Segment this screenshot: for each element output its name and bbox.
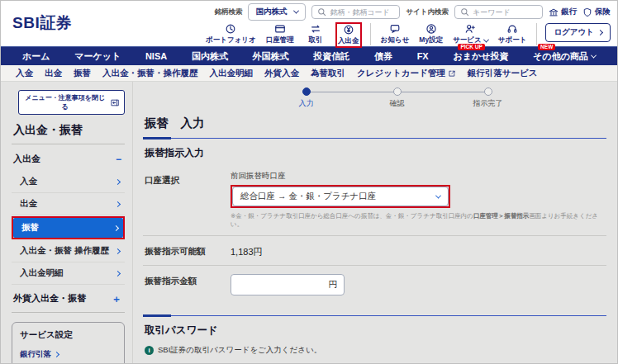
quick-link-trade[interactable]: 取引 — [302, 22, 329, 46]
subnav-statement[interactable]: 入出金明細 — [210, 68, 254, 79]
transfer-amount-input[interactable] — [238, 280, 329, 290]
divider — [12, 144, 125, 144]
subnav-credit-card[interactable]: クレジットカード管理 — [357, 68, 456, 79]
sidebar-item-deposit[interactable]: 入金 — [12, 171, 125, 193]
logout-button[interactable]: ログアウト — [545, 23, 611, 42]
nav-domestic-stocks[interactable]: 国内株式 — [192, 50, 228, 63]
subnav-deposit[interactable]: 入金 — [16, 68, 33, 79]
section-rule — [143, 315, 606, 316]
quick-link-deposit-withdrawal[interactable]: 入出金 — [335, 22, 362, 48]
shield-icon — [582, 7, 592, 17]
sidebar-group-deposit[interactable]: 入出金 − — [12, 146, 125, 171]
subnav-transfer[interactable]: 振替 — [74, 68, 91, 79]
nav-home[interactable]: ホーム — [22, 50, 50, 63]
sbi-logo[interactable]: SBI証券 — [12, 12, 72, 34]
service-link-bank-debit[interactable]: 銀行引落 — [20, 347, 116, 364]
site-search-label: サイト内検索 — [406, 7, 449, 17]
plus-icon: ＋ — [112, 295, 121, 303]
user-circle-icon — [425, 23, 437, 35]
subnav-withdrawal[interactable]: 出金 — [45, 68, 62, 79]
available-amount-value: 1,183円 — [231, 242, 606, 258]
nav-mutual-funds[interactable]: 投資信託 — [313, 50, 349, 63]
collapse-menu-button[interactable]: メニュー・注意事項を閉じる — [18, 90, 125, 115]
bank-link[interactable]: 銀行 — [549, 7, 577, 17]
chevron-right-icon — [115, 248, 121, 253]
transfer-amount-row: 振替指示金額 円 — [143, 265, 606, 307]
quick-link-account[interactable]: 口座管理 — [264, 22, 296, 46]
transfer-amount-field: 円 — [231, 274, 345, 295]
available-amount-row: 振替指示可能額 1,183円 — [143, 235, 606, 265]
collapse-panel-icon — [111, 98, 120, 107]
nav-market[interactable]: マーケット — [74, 50, 121, 63]
trade-arrows-icon — [310, 23, 321, 35]
account-select-value: 総合口座 → 金・銀・プラチナ口座 — [240, 191, 376, 202]
step-complete: 指示完了 — [443, 87, 534, 109]
available-amount-label: 振替指示可能額 — [143, 242, 231, 258]
sidebar-group-foreign[interactable]: 外貨入出金・振替 ＋ — [12, 285, 125, 313]
subnav-foreign-deposit[interactable]: 外貨入金 — [264, 68, 299, 79]
account-select-label: 口座選択 — [143, 171, 231, 229]
portfolio-icon — [225, 23, 236, 35]
stock-category-select[interactable]: 国内株式 — [248, 3, 306, 21]
chevron-right-icon — [115, 270, 121, 276]
chevron-right-icon — [115, 201, 121, 206]
nav-bonds[interactable]: 債券 — [374, 50, 392, 63]
account-note: ※金・銀・プラチナ取引口座から総合口座への振替は、金・銀・プラチナ取引口座内の口… — [231, 212, 606, 229]
chevron-down-icon — [591, 52, 597, 58]
quick-link-my-settings[interactable]: My設定 — [417, 22, 444, 46]
page-title: 振替 入力 — [145, 116, 606, 131]
quick-link-portfolio[interactable]: ポートフォリオ — [204, 22, 258, 46]
search-icon — [317, 7, 326, 17]
search-row: 銘柄検索 国内株式 サイト内検索 銀行 — [214, 3, 611, 21]
subnav-history[interactable]: 入出金・振替・操作履歴 — [102, 68, 198, 79]
account-card-icon — [274, 23, 286, 35]
annotation-highlight-transfer: 振替 — [12, 216, 125, 239]
account-select-dropdown[interactable]: 総合口座 → 金・銀・プラチナ口座 — [232, 187, 449, 206]
step-dot — [393, 87, 402, 96]
sidebar-item-withdrawal[interactable]: 出金 — [12, 193, 125, 215]
password-section: 取引パスワード i SBI証券の取引パスワードをご入力ください。 — [143, 315, 606, 364]
sidebar-item-statement[interactable]: 入出金明細 — [12, 262, 125, 285]
step-input: 入力 — [261, 87, 352, 109]
chevron-right-icon — [597, 30, 603, 35]
nav-foreign-stocks[interactable]: 外国株式 — [253, 50, 289, 63]
sidebar-item-history[interactable]: 入出金・振替 操作履歴 — [12, 240, 125, 262]
password-instruction-row: i SBI証券の取引パスワードをご入力ください。 — [145, 345, 606, 356]
sbi-securities-page: SBI証券 銘柄検索 国内株式 サイト内検索 — [0, 0, 618, 364]
sidebar-item-transfer[interactable]: 振替 — [13, 218, 123, 238]
quick-link-support[interactable]: サポート — [497, 22, 529, 46]
subnav-fx-trade[interactable]: 為替取引 — [311, 68, 345, 79]
nav-nisa[interactable]: NISA — [145, 51, 167, 61]
insurance-link[interactable]: 保険 — [582, 7, 611, 17]
yen-circle-icon — [343, 24, 354, 35]
nav-auto-invest[interactable]: PICK UP おまかせ投資 — [453, 50, 508, 63]
nav-other-products[interactable]: NEW その他の商品 — [533, 50, 596, 63]
bank-label: 銀行 — [561, 7, 577, 17]
info-icon: i — [145, 346, 154, 355]
bank-icon — [549, 7, 559, 17]
nav-fx[interactable]: FX — [417, 51, 429, 61]
main-panel: 入力 確認 指示完了 振替 入力 振替指示入力 口座選択 前回振替時口座 — [133, 82, 617, 364]
chevron-down-icon — [483, 36, 489, 42]
sidebar-title: 入出金・振替 — [13, 123, 125, 138]
amount-unit-label: 円 — [329, 279, 338, 291]
subnav-bank-debit[interactable]: 銀行引落サービス — [468, 68, 538, 79]
external-link-icon — [448, 69, 456, 78]
new-badge: NEW — [538, 44, 555, 50]
stock-search-input[interactable] — [330, 8, 394, 17]
site-search-input[interactable] — [473, 8, 537, 17]
minus-icon: − — [116, 155, 121, 163]
transfer-form-title: 振替指示入力 — [145, 146, 606, 160]
progress-stepper: 入力 確認 指示完了 — [261, 87, 534, 109]
step-dot — [484, 87, 492, 96]
sidebar: メニュー・注意事項を閉じる 入出金・振替 入出金 − 入金 出金 振替 — [1, 82, 133, 364]
chevron-down-icon — [435, 192, 441, 198]
divider — [536, 23, 537, 45]
chevron-right-icon — [113, 225, 119, 230]
quick-link-services[interactable]: サービス — [451, 22, 490, 46]
headset-icon — [506, 23, 518, 35]
password-instruction: SBI証券の取引パスワードをご入力ください。 — [158, 345, 321, 356]
quick-link-notices[interactable]: お知らせ — [379, 22, 411, 46]
sub-navigation: 入金 出金 振替 入出金・振替・操作履歴 入出金明細 外貨入金 為替取引 クレジ… — [1, 65, 617, 82]
previous-account-caption: 前回振替時口座 — [231, 171, 606, 182]
